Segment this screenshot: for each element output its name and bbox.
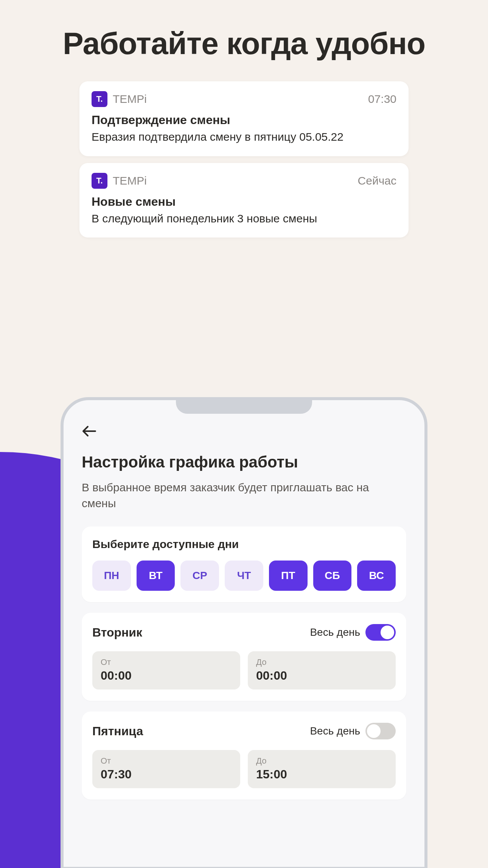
time-to-value: 15:00: [256, 767, 387, 781]
phone-notch: [176, 397, 312, 414]
day-pill-mon[interactable]: ПН: [92, 561, 131, 591]
allday-wrapper: Весь день: [310, 723, 396, 739]
notification-body: Евразия подтвердила смену в пятницу 05.0…: [92, 129, 396, 145]
time-from-value: 00:00: [101, 669, 232, 683]
time-row: От 07:30 До 15:00: [92, 750, 396, 788]
allday-toggle[interactable]: [365, 723, 396, 739]
day-pill-sun[interactable]: ВС: [357, 561, 396, 591]
day-name: Вторник: [92, 626, 142, 640]
notification-app-name: TEMPi: [113, 174, 353, 187]
notification-card[interactable]: T. TEMPi 07:30 Подтверждение смены Евраз…: [79, 81, 409, 156]
app-icon: T.: [92, 173, 107, 189]
screen-subtitle: В выбранное время заказчик будет приглаш…: [82, 480, 406, 511]
day-pill-wed[interactable]: СР: [180, 561, 219, 591]
time-from-label: От: [101, 657, 232, 667]
notification-time: Сейчас: [358, 174, 396, 187]
notifications-list: T. TEMPi 07:30 Подтверждение смены Евраз…: [0, 81, 488, 238]
time-row: От 00:00 До 00:00: [92, 651, 396, 689]
notification-time: 07:30: [368, 93, 396, 106]
arrow-left-icon: [82, 425, 97, 437]
time-from-input[interactable]: От 07:30: [92, 750, 240, 788]
time-from-label: От: [101, 756, 232, 766]
day-pill-thu[interactable]: ЧТ: [225, 561, 263, 591]
back-button[interactable]: [82, 422, 406, 441]
time-to-value: 00:00: [256, 669, 387, 683]
time-to-label: До: [256, 756, 387, 766]
screen-title: Настройка графика работы: [82, 453, 406, 471]
time-from-value: 07:30: [101, 767, 232, 781]
day-pill-tue[interactable]: ВТ: [137, 561, 175, 591]
day-row-header: Вторник Весь день: [92, 624, 396, 641]
toggle-knob: [367, 724, 381, 738]
notification-title: Новые смены: [92, 195, 396, 209]
days-row: ПН ВТ СР ЧТ ПТ СБ ВС: [92, 561, 396, 591]
time-to-label: До: [256, 657, 387, 667]
notification-body: В следующий понедельник 3 новые смены: [92, 211, 396, 227]
allday-label: Весь день: [310, 725, 360, 737]
time-to-input[interactable]: До 15:00: [248, 750, 396, 788]
available-days-title: Выберите доступные дни: [92, 538, 396, 551]
day-row-header: Пятница Весь день: [92, 723, 396, 739]
time-to-input[interactable]: До 00:00: [248, 651, 396, 689]
allday-wrapper: Весь день: [310, 624, 396, 641]
day-name: Пятница: [92, 724, 143, 738]
time-from-input[interactable]: От 00:00: [92, 651, 240, 689]
day-pill-fri[interactable]: ПТ: [269, 561, 308, 591]
available-days-card: Выберите доступные дни ПН ВТ СР ЧТ ПТ СБ…: [82, 526, 406, 602]
day-pill-sat[interactable]: СБ: [313, 561, 352, 591]
notification-title: Подтверждение смены: [92, 113, 396, 127]
notification-header: T. TEMPi Сейчас: [92, 173, 396, 189]
notification-app-name: TEMPi: [113, 93, 363, 106]
allday-toggle[interactable]: [365, 624, 396, 641]
notification-card[interactable]: T. TEMPi Сейчас Новые смены В следующий …: [79, 163, 409, 238]
notification-header: T. TEMPi 07:30: [92, 91, 396, 107]
toggle-knob: [381, 626, 394, 639]
page-title: Работайте когда удобно: [0, 0, 488, 61]
day-settings-card-friday: Пятница Весь день От 07:30 До 15:00: [82, 711, 406, 800]
allday-label: Весь день: [310, 626, 360, 638]
day-settings-card-tuesday: Вторник Весь день От 00:00 До 00:00: [82, 613, 406, 701]
phone-frame: Настройка графика работы В выбранное вре…: [61, 397, 427, 868]
app-icon: T.: [92, 91, 107, 107]
